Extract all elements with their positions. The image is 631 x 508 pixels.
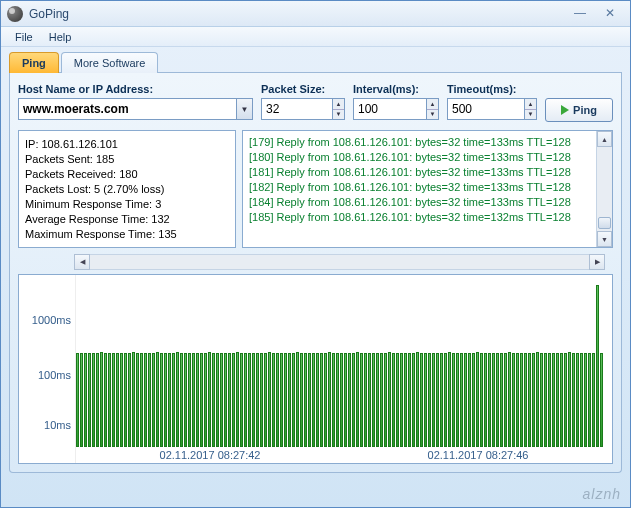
chart-bar <box>180 353 183 447</box>
chart-bar <box>592 353 595 447</box>
chart-bar <box>272 353 275 447</box>
chart-bar <box>132 352 135 447</box>
menu-help[interactable]: Help <box>41 29 80 45</box>
chart-bar <box>508 352 511 447</box>
chart-bar <box>576 353 579 447</box>
chart-bar <box>100 352 103 447</box>
chart-bar <box>360 353 363 447</box>
tab-ping[interactable]: Ping <box>9 52 59 73</box>
chart-bar <box>352 353 355 447</box>
host-input[interactable] <box>18 98 237 120</box>
stat-sent: Packets Sent: 185 <box>25 152 229 167</box>
timeout-input[interactable] <box>447 98 525 120</box>
chart-bar <box>96 353 99 447</box>
chart-bar <box>460 353 463 447</box>
stat-lost: Packets Lost: 5 (2.70% loss) <box>25 182 229 197</box>
chart-bar <box>320 353 323 447</box>
hscroll-track[interactable] <box>90 254 589 270</box>
chart-bar <box>408 353 411 447</box>
close-button[interactable]: ✕ <box>596 6 624 22</box>
chart-bar <box>512 353 515 447</box>
chart-bar <box>552 353 555 447</box>
chart-bar <box>560 353 563 447</box>
chart-bar <box>536 352 539 447</box>
hscroll-left-button[interactable]: ◀ <box>74 254 90 270</box>
scroll-up-button[interactable]: ▲ <box>597 131 612 147</box>
ytick-1000: 1000ms <box>32 314 71 326</box>
app-window: GoPing — ✕ File Help Ping More Software … <box>0 0 631 508</box>
minimize-button[interactable]: — <box>566 6 594 22</box>
chart-bar <box>200 353 203 447</box>
chart-bar <box>496 353 499 447</box>
play-icon <box>561 105 569 115</box>
packet-size-spinner[interactable]: ▲▼ <box>333 98 345 120</box>
chart-bar <box>168 353 171 447</box>
chart-bar <box>116 353 119 447</box>
chart-xaxis: 02.11.2017 08:27:42 02.11.2017 08:27:46 <box>76 449 612 461</box>
chart-bar <box>504 353 507 447</box>
stat-min: Minimum Response Time: 3 <box>25 197 229 212</box>
packet-size-input[interactable] <box>261 98 333 120</box>
ytick-100: 100ms <box>38 369 71 381</box>
chart-bar <box>436 353 439 447</box>
chart-bar <box>384 353 387 447</box>
scroll-down-button[interactable]: ▼ <box>597 231 612 247</box>
chart-bar <box>520 353 523 447</box>
scroll-track[interactable] <box>597 147 612 231</box>
chart-bar <box>184 353 187 447</box>
chart-bar <box>380 353 383 447</box>
scroll-thumb[interactable] <box>598 217 611 229</box>
log-scrollbar[interactable]: ▲ ▼ <box>596 131 612 247</box>
chart-bar <box>292 353 295 447</box>
log-output: [179] Reply from 108.61.126.101: bytes=3… <box>243 131 596 247</box>
interval-label: Interval(ms): <box>353 83 439 95</box>
chart-bar <box>224 353 227 447</box>
chart-bar <box>312 353 315 447</box>
chart-bar <box>524 353 527 447</box>
chart-bar <box>340 353 343 447</box>
ping-button[interactable]: Ping <box>545 98 613 122</box>
chart-bar <box>244 353 247 447</box>
tab-more-software[interactable]: More Software <box>61 52 159 73</box>
chart-bar <box>204 353 207 447</box>
ytick-10: 10ms <box>44 419 71 431</box>
interval-input[interactable] <box>353 98 427 120</box>
chart-bar <box>76 353 79 447</box>
chart-bar <box>568 352 571 447</box>
chart-bar <box>328 352 331 447</box>
chart-bar <box>392 353 395 447</box>
chart-bar <box>452 353 455 447</box>
chart-bar <box>260 353 263 447</box>
chart-bar <box>140 353 143 447</box>
chart-bar <box>348 353 351 447</box>
chart-bar <box>412 353 415 447</box>
stat-max: Maximum Response Time: 135 <box>25 227 229 242</box>
chart-bar <box>600 353 603 447</box>
chart-hscroll[interactable]: ◀ ▶ <box>74 254 605 270</box>
interval-spinner[interactable]: ▲▼ <box>427 98 439 120</box>
chart-bar <box>404 353 407 447</box>
chart-bar <box>492 353 495 447</box>
stats-panel: IP: 108.61.126.101 Packets Sent: 185 Pac… <box>18 130 236 248</box>
chart-bar <box>464 353 467 447</box>
chart-bar <box>368 353 371 447</box>
chart-bar <box>364 353 367 447</box>
titlebar: GoPing — ✕ <box>1 1 630 27</box>
xtick: 02.11.2017 08:27:42 <box>160 449 261 461</box>
chart-bar <box>528 353 531 447</box>
chart-bar <box>136 353 139 447</box>
chart-bar <box>476 352 479 447</box>
hscroll-right-button[interactable]: ▶ <box>589 254 605 270</box>
chart-bar <box>268 352 271 447</box>
timeout-spinner[interactable]: ▲▼ <box>525 98 537 120</box>
chart-bar <box>548 353 551 447</box>
host-dropdown-button[interactable]: ▼ <box>237 98 253 120</box>
menubar: File Help <box>1 27 630 47</box>
chart-bar <box>92 353 95 447</box>
menu-file[interactable]: File <box>7 29 41 45</box>
chart-bar <box>444 353 447 447</box>
chart-bar <box>108 353 111 447</box>
chart-bar <box>540 353 543 447</box>
chart-bar <box>212 353 215 447</box>
log-line: [182] Reply from 108.61.126.101: bytes=3… <box>249 180 590 195</box>
